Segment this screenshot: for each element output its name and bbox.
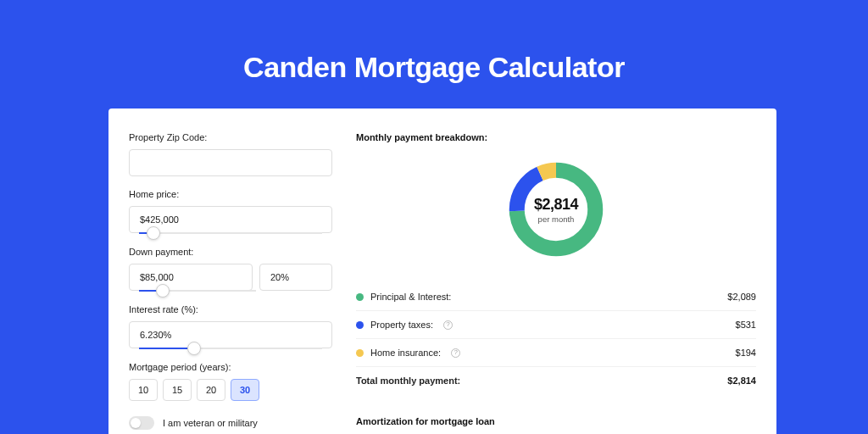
zip-input[interactable] [129, 149, 332, 176]
donut-chart-wrap: $2,814 per month [356, 158, 756, 261]
donut-chart: $2,814 per month [504, 158, 608, 261]
info-icon[interactable]: ? [443, 320, 453, 330]
page-title: Canden Mortgage Calculator [0, 0, 868, 84]
donut-total-value: $2,814 [534, 196, 578, 214]
legend-total-label: Total monthly payment: [356, 376, 460, 386]
legend-row: Home insurance:?$194 [356, 339, 756, 367]
period-label: Mortgage period (years): [129, 362, 332, 372]
inputs-column: Property Zip Code: Home price: Down paym… [129, 132, 332, 434]
legend-row: Principal & Interest:$2,089 [356, 283, 756, 311]
toggle-knob [131, 418, 141, 428]
breakdown-column: Monthly payment breakdown: $2,814 per mo… [356, 132, 756, 434]
period-options: 10152030 [129, 379, 332, 401]
legend: Principal & Interest:$2,089Property taxe… [356, 283, 756, 394]
legend-value: $531 [736, 320, 756, 330]
interest-field: Interest rate (%): [129, 304, 332, 349]
down-payment-field: Down payment: [129, 247, 332, 292]
down-payment-label: Down payment: [129, 247, 332, 257]
period-option-15[interactable]: 15 [163, 379, 192, 401]
stage: Canden Mortgage Calculator Property Zip … [0, 0, 868, 434]
down-payment-input[interactable] [129, 264, 253, 291]
amortization-section: Amortization for mortgage loan Amortizat… [356, 416, 756, 434]
zip-label: Property Zip Code: [129, 132, 332, 142]
amortization-title: Amortization for mortgage loan [356, 416, 756, 426]
slider-thumb[interactable] [156, 284, 170, 298]
period-field: Mortgage period (years): 10152030 [129, 362, 332, 401]
interest-label: Interest rate (%): [129, 304, 332, 314]
donut-center: $2,814 per month [504, 158, 608, 261]
interest-input[interactable] [129, 321, 332, 348]
period-option-10[interactable]: 10 [129, 379, 158, 401]
period-option-20[interactable]: 20 [197, 379, 225, 401]
legend-value: $194 [736, 348, 756, 358]
legend-value: $2,089 [727, 292, 756, 302]
slider-thumb[interactable] [147, 226, 160, 240]
calculator-card: Property Zip Code: Home price: Down paym… [108, 108, 776, 434]
veteran-row: I am veteran or military [129, 416, 332, 430]
legend-label: Home insurance: [370, 348, 441, 358]
home-price-label: Home price: [129, 189, 332, 199]
down-payment-slider[interactable] [139, 290, 256, 292]
legend-dot [356, 321, 364, 329]
legend-total-row: Total monthly payment:$2,814 [356, 367, 756, 394]
legend-row: Property taxes:?$531 [356, 311, 756, 339]
home-price-field: Home price: [129, 189, 332, 234]
veteran-label: I am veteran or military [163, 418, 258, 428]
info-icon[interactable]: ? [451, 348, 460, 358]
legend-label: Principal & Interest: [370, 292, 451, 302]
legend-label: Property taxes: [370, 320, 433, 330]
interest-slider[interactable] [139, 348, 322, 349]
period-option-30[interactable]: 30 [231, 379, 259, 401]
donut-total-sub: per month [538, 214, 575, 224]
down-payment-pct-input[interactable] [259, 264, 332, 291]
zip-field: Property Zip Code: [129, 132, 332, 176]
legend-total-value: $2,814 [727, 376, 756, 386]
veteran-toggle[interactable] [129, 416, 154, 430]
legend-dot [356, 349, 364, 357]
breakdown-title: Monthly payment breakdown: [356, 132, 756, 142]
slider-thumb[interactable] [187, 342, 201, 355]
home-price-slider[interactable] [139, 232, 322, 234]
legend-dot [356, 293, 364, 301]
